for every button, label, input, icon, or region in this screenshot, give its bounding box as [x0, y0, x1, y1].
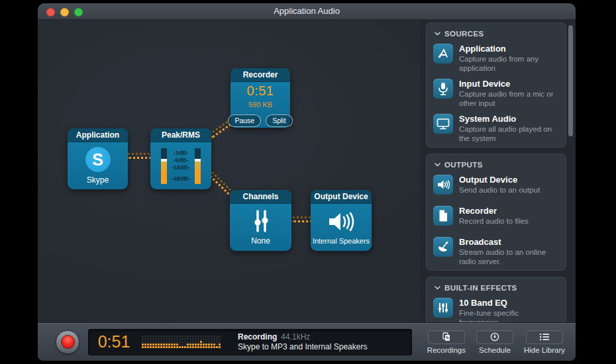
library-item-output-device[interactable]: Output Device Send audio to an output [433, 175, 559, 195]
node-output-device-label: Internal Speakers [313, 237, 370, 245]
app-window: Application Audio Application S Skype [38, 3, 576, 361]
wire-peakrms-to-channels [209, 171, 232, 195]
document-icon [433, 206, 453, 226]
skype-icon: S [85, 147, 111, 172]
app-store-icon [433, 44, 453, 64]
node-output-device[interactable]: Output Device Internal Speakers [311, 190, 372, 251]
microphone-icon [433, 79, 453, 99]
split-button[interactable]: Split [266, 114, 292, 127]
display-icon [433, 114, 453, 134]
node-channels-title: Channels [230, 190, 291, 204]
audio-pipeline-canvas: Application S Skype Peak/RMS -3dB- [38, 20, 421, 322]
level-meter-right [195, 148, 201, 184]
record-dot-icon [61, 335, 75, 349]
node-recorder[interactable]: Recorder 0:51 590 KB Pause Split [231, 68, 290, 128]
node-channels-label: None [251, 236, 270, 246]
sources-section: SOURCES Application Capture audio from a… [426, 23, 566, 148]
db-scale-labels: -3dB- -9dB- -18dB- -48dB- [172, 150, 190, 183]
node-application[interactable]: Application S Skype [68, 128, 128, 189]
library-item-system-audio[interactable]: System Audio Capture all audio played on… [433, 114, 559, 143]
outputs-header[interactable]: OUTPUTS [435, 161, 559, 169]
built-in-effects-section: BUILT-IN EFFECTS [426, 277, 566, 322]
list-icon [539, 333, 550, 341]
session-pipeline-summary: Skype to MP3 and Internal Speakers [238, 342, 367, 352]
sidebar-scrollbar[interactable] [568, 25, 573, 136]
session-status-line: Recording44.1kHz [238, 332, 367, 342]
broadcast-dish-icon [433, 237, 453, 257]
library-item-recorder[interactable]: Recorder Record audio to files [433, 206, 559, 226]
library-sidebar: SOURCES Application Capture audio from a… [421, 20, 576, 322]
clock-icon [490, 332, 499, 341]
recorder-file-size: 590 KB [248, 101, 272, 109]
node-output-device-title: Output Device [311, 190, 372, 204]
built-in-effects-header[interactable]: BUILT-IN EFFECTS [435, 284, 559, 292]
library-item-application[interactable]: Application Capture audio from any appli… [433, 44, 559, 73]
session-timer: 0:51 [89, 332, 139, 351]
eq-sliders-icon [433, 298, 453, 318]
library-item-broadcast[interactable]: Broadcast Stream audio to an online radi… [433, 237, 559, 266]
node-peak-rms[interactable]: Peak/RMS -3dB- -9dB- -18dB- -48dB- [150, 128, 211, 189]
node-recorder-title: Recorder [231, 68, 290, 82]
outputs-section: OUTPUTS Output Device [426, 154, 566, 271]
transport-bar: 0:51 Recording44.1kHz Skype to MP3 and I… [38, 322, 576, 361]
channel-faders-icon [251, 209, 271, 233]
wire-application-to-peakrms [128, 153, 150, 159]
window-title: Application Audio [38, 3, 576, 19]
node-application-title: Application [68, 128, 128, 142]
node-channels[interactable]: Channels None [230, 190, 291, 251]
recorder-elapsed-time: 0:51 [247, 83, 274, 99]
hide-library-button[interactable]: Hide Library [524, 330, 565, 354]
wire-channels-to-output [293, 216, 311, 222]
sample-rate: 44.1kHz [281, 332, 310, 341]
schedule-button[interactable]: Schedule [476, 330, 513, 354]
pause-button[interactable]: Pause [228, 114, 261, 127]
session-display: 0:51 Recording44.1kHz Skype to MP3 and I… [88, 329, 412, 355]
sources-header[interactable]: SOURCES [435, 30, 559, 38]
recordings-button[interactable]: Recordings [427, 330, 466, 354]
speaker-icon [433, 175, 453, 195]
chevron-down-icon [435, 286, 440, 290]
library-item-input-device[interactable]: Input Device Capture audio from a mic or… [433, 79, 559, 108]
title-bar: Application Audio [38, 3, 576, 20]
speaker-icon [327, 210, 356, 234]
level-meter-left [161, 148, 167, 184]
node-peak-rms-title: Peak/RMS [150, 128, 211, 142]
desktop-background: Application Audio Application S Skype [0, 0, 616, 364]
chevron-down-icon [435, 32, 440, 36]
recordings-icon [442, 332, 451, 341]
library-item-10-band-eq[interactable]: 10 Band EQ Fine-tune specific frequencie… [433, 298, 559, 322]
chevron-down-icon [435, 163, 440, 167]
record-button[interactable] [56, 330, 79, 354]
node-application-label: Skype [87, 175, 109, 185]
vu-meter [142, 336, 221, 348]
